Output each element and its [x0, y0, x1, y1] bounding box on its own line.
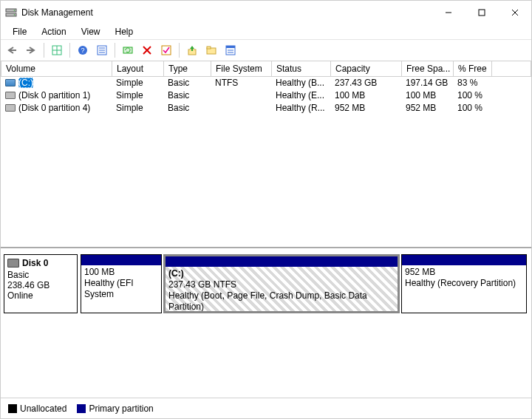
partition-stripe: [166, 256, 398, 267]
disk-size: 238.46 GB: [7, 280, 74, 290]
col-free-space[interactable]: Free Spa...: [402, 61, 454, 76]
toolbar: ?: [1, 39, 531, 61]
partition-size: 952 MB: [405, 267, 523, 278]
col-layout[interactable]: Layout: [112, 61, 164, 76]
help-icon[interactable]: ?: [75, 42, 91, 58]
window-title: Disk Management: [21, 7, 93, 18]
swatch-unallocated-icon: [8, 404, 17, 413]
titlebar: Disk Management: [1, 1, 531, 24]
cell-capacity: 100 MB: [330, 89, 401, 102]
col-volume[interactable]: Volume: [1, 61, 112, 76]
partition-body: 952 MBHealthy (Recovery Partition): [402, 265, 526, 313]
folder-icon[interactable]: [203, 42, 219, 58]
partition-status: Healthy (EFI System: [84, 278, 158, 300]
col-empty[interactable]: [492, 61, 531, 76]
cell-fs: NTFS: [211, 77, 271, 89]
close-button[interactable]: [498, 1, 531, 24]
partition-container: 100 MBHealthy (EFI System(C:)237.43 GB N…: [81, 254, 528, 313]
toolbar-separator: [115, 43, 115, 58]
partition-stripe: [402, 255, 526, 265]
partition-block[interactable]: (C:)237.43 GB NTFSHealthy (Boot, Page Fi…: [163, 254, 400, 313]
volume-list[interactable]: Volume Layout Type File System Status Ca…: [1, 61, 531, 248]
table-row[interactable]: (Disk 0 partition 1)SimpleBasicHealthy (…: [1, 89, 531, 102]
partition-block[interactable]: 952 MBHealthy (Recovery Partition): [401, 254, 527, 313]
partition-body: 100 MBHealthy (EFI System: [81, 265, 161, 313]
delete-icon[interactable]: [139, 42, 155, 58]
minimize-button[interactable]: [432, 1, 465, 24]
back-button[interactable]: [4, 42, 20, 58]
partition-block[interactable]: 100 MBHealthy (EFI System: [81, 254, 162, 313]
toolbar-separator: [179, 43, 180, 58]
cell-status: Healthy (E...: [271, 89, 330, 102]
col-capacity[interactable]: Capacity: [331, 61, 402, 76]
volume-label: (C:): [18, 78, 33, 88]
partition-body: (C:)237.43 GB NTFSHealthy (Boot, Page Fi…: [166, 267, 398, 311]
svg-point-2: [14, 10, 16, 11]
svg-rect-22: [162, 46, 171, 55]
toolbar-separator: [69, 43, 70, 58]
col-type[interactable]: Type: [164, 61, 211, 76]
cell-free: 952 MB: [401, 102, 453, 115]
cell-type: Basic: [163, 102, 211, 115]
partition-icon: [5, 92, 16, 99]
partition-status: Healthy (Recovery Partition): [405, 278, 523, 289]
check-icon[interactable]: [158, 42, 174, 58]
app-icon: [5, 7, 17, 18]
svg-point-3: [14, 14, 16, 16]
table-row[interactable]: (Disk 0 partition 4)SimpleBasicHealthy (…: [1, 102, 531, 115]
cell-status: Healthy (B...: [271, 77, 330, 89]
cell-free: 197.14 GB: [401, 77, 453, 89]
disk-status: Online: [7, 290, 74, 301]
drive-icon: [5, 79, 16, 86]
cell-pct: 100 %: [453, 89, 491, 102]
cell-free: 100 MB: [401, 89, 453, 102]
disk-icon: [7, 259, 19, 268]
up-arrow-icon[interactable]: [184, 42, 200, 58]
cell-status: Healthy (R...: [271, 102, 330, 115]
disk-header[interactable]: Disk 0 Basic 238.46 GB Online: [4, 254, 78, 313]
disk-graphical-pane: Disk 0 Basic 238.46 GB Online 100 MBHeal…: [1, 248, 531, 316]
empty-space: [1, 316, 531, 398]
toolbar-separator: [44, 43, 44, 58]
table-header-row: Volume Layout Type File System Status Ca…: [1, 61, 531, 76]
partition-size: 100 MB: [84, 267, 158, 278]
window: Disk Management File Action View Help ?: [0, 0, 532, 419]
partition-icon: [5, 104, 16, 112]
table-row[interactable]: (C:)SimpleBasicNTFSHealthy (B...237.43 G…: [1, 77, 531, 89]
legend-unallocated: Unallocated: [8, 403, 66, 414]
menubar: File Action View Help: [1, 24, 531, 39]
cell-capacity: 237.43 GB: [330, 77, 401, 89]
volume-label: (Disk 0 partition 1): [18, 90, 90, 101]
view-grid-icon[interactable]: [49, 42, 65, 58]
menu-file[interactable]: File: [5, 25, 34, 38]
legend: Unallocated Primary partition: [1, 398, 531, 418]
menu-action[interactable]: Action: [34, 25, 73, 38]
properties-icon[interactable]: [222, 42, 239, 58]
list-icon[interactable]: [94, 42, 110, 58]
col-filesystem[interactable]: File System: [211, 61, 272, 76]
disk-type: Basic: [7, 270, 74, 280]
svg-rect-25: [207, 47, 211, 49]
svg-rect-27: [226, 46, 235, 48]
cell-layout: Simple: [112, 77, 163, 89]
maximize-button[interactable]: [465, 1, 498, 24]
refresh-icon[interactable]: [120, 42, 136, 58]
cell-type: Basic: [163, 89, 211, 102]
svg-text:?: ?: [81, 47, 84, 54]
cell-layout: Simple: [112, 89, 163, 102]
legend-primary: Primary partition: [77, 403, 153, 414]
forward-button[interactable]: [23, 42, 39, 58]
menu-view[interactable]: View: [74, 25, 108, 38]
partition-status: Healthy (Boot, Page File, Crash Dump, Ba…: [168, 290, 395, 311]
cell-fs: [211, 89, 271, 102]
svg-rect-5: [479, 10, 485, 16]
menu-help[interactable]: Help: [108, 25, 141, 38]
volume-label: (Disk 0 partition 4): [18, 103, 90, 113]
col-status[interactable]: Status: [272, 61, 331, 76]
partition-size: 237.43 GB NTFS: [168, 279, 395, 290]
disk-row: Disk 0 Basic 238.46 GB Online 100 MBHeal…: [4, 254, 528, 313]
col-percent-free[interactable]: % Free: [454, 61, 492, 76]
cell-type: Basic: [163, 77, 211, 89]
cell-pct: 83 %: [453, 77, 491, 89]
swatch-primary-icon: [77, 404, 86, 413]
